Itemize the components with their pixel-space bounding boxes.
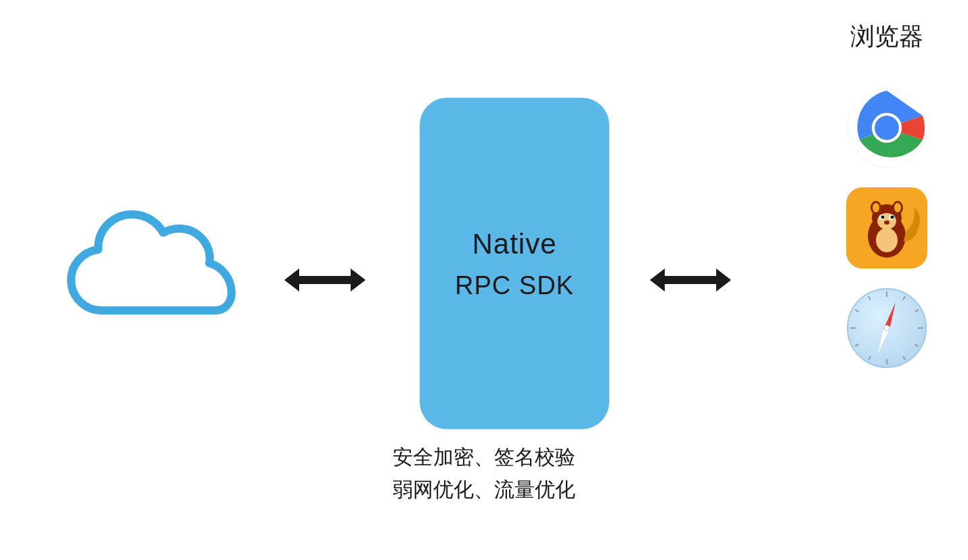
svg-point-36 [884,325,889,331]
svg-point-11 [873,203,879,212]
uc-browser-icon [846,187,927,269]
browser-icons-list [846,87,927,369]
chrome-icon [846,87,927,168]
diagram-container: Native RPC SDK 浏览器 [0,0,968,560]
svg-marker-1 [650,269,731,291]
safari-icon [846,287,927,369]
cloud-icon [54,206,244,341]
sdk-native-label: Native [472,227,556,260]
svg-marker-0 [284,269,366,291]
svg-point-18 [891,216,894,219]
sdk-box: Native RPC SDK [420,98,609,429]
svg-point-17 [881,216,885,219]
svg-point-5 [875,116,899,140]
svg-point-13 [894,203,901,212]
description-text: 安全加密、签名校验 弱网优化、流量优化 [393,441,575,506]
cloud-area [54,206,244,341]
right-arrow [650,263,731,297]
svg-point-20 [876,228,898,252]
browser-title: 浏览器 [850,20,923,53]
svg-point-19 [884,220,889,225]
description-line2: 弱网优化、流量优化 [393,473,575,506]
left-arrow [284,263,366,297]
sdk-rpc-label: RPC SDK [455,271,574,300]
description-line1: 安全加密、签名校验 [393,441,575,473]
browser-section: 浏览器 [826,0,948,560]
